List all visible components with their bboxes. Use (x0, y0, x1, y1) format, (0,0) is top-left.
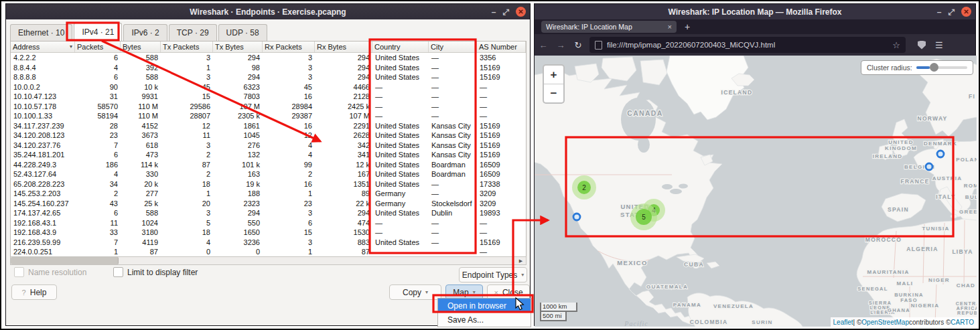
column-header-bytes[interactable]: Bytes (121, 42, 161, 52)
cluster-radius-control: Cluster radius: (861, 60, 973, 75)
cluster-radius-slider[interactable] (916, 66, 967, 69)
table-row[interactable]: 8.8.4.443921983294United States—15169 (11, 63, 526, 73)
table-row[interactable]: 34.120.237.76761832764342United StatesKa… (11, 141, 526, 151)
map-point-marker[interactable] (573, 214, 580, 220)
horizontal-scrollbar[interactable]: ▶ (10, 256, 527, 265)
help-button[interactable]: ? Help (11, 284, 57, 300)
cell: 43 (75, 199, 121, 209)
table-row[interactable]: 34.120.208.123233673111045122628United S… (11, 131, 526, 141)
map-dropdown-menu: Open in browserSave As... (437, 298, 531, 327)
menu-item-save-as[interactable]: Save As... (438, 313, 531, 327)
column-header-city[interactable]: City (429, 42, 477, 52)
table-row[interactable]: 174.137.42.65658832943294United StatesDu… (11, 208, 526, 218)
cell: 1 (75, 247, 121, 257)
table-row[interactable]: 10.10.47.123319931157803162128——— (11, 92, 526, 102)
tab-ethernet[interactable]: Ethernet · 10 (10, 24, 72, 41)
table-row[interactable]: 192.168.43.111102455506474——— (11, 218, 526, 228)
cell: 0 (213, 247, 263, 257)
limit-to-display-filter-checkbox[interactable]: Limit to display filter (113, 267, 198, 277)
table-row[interactable]: 10.100.1.3358194110 M288072305 k29387107… (11, 111, 526, 121)
table-row[interactable]: 8.8.8.8658832943294United States—15169 (11, 72, 526, 82)
cell: 16509 (477, 169, 526, 179)
minimize-icon[interactable]: – (492, 8, 496, 16)
name-resolution-checkbox[interactable]: Name resolution (14, 267, 86, 277)
table-row[interactable]: 52.43.127.64433021632167United StatesBoa… (11, 169, 526, 179)
column-header-tx-packets[interactable]: Tx Packets (161, 42, 213, 52)
zoom-out-button[interactable]: − (544, 84, 563, 102)
tab-udp[interactable]: UDP · 58 (218, 24, 267, 41)
column-header-country[interactable]: Country (372, 42, 429, 52)
attribution-link[interactable]: OpenStreetMap (861, 319, 909, 326)
map-cluster-marker[interactable]: 2 (572, 175, 596, 199)
tab-ipv6[interactable]: IPv6 · 2 (123, 24, 167, 41)
tab-ipv4[interactable]: IPv4 · 21 (74, 23, 122, 41)
firefox-titlebar[interactable]: Wireshark: IP Location Map — Mozilla Fir… (535, 4, 975, 19)
back-icon[interactable]: ← (535, 40, 552, 50)
menu-item-open-in-browser[interactable]: Open in browser (438, 299, 531, 313)
minimize-icon[interactable]: – (937, 8, 942, 16)
checkbox-icon[interactable] (14, 267, 24, 277)
column-header-packets[interactable]: Packets (75, 42, 121, 52)
restore-icon[interactable]: ⤢ (948, 8, 955, 16)
cell: Kansas City (429, 141, 477, 151)
map-point-marker[interactable] (926, 163, 932, 170)
restore-icon[interactable]: ⤢ (502, 8, 509, 16)
new-tab-button[interactable]: + (685, 21, 690, 32)
table-row[interactable]: 10.0.0.29010 k456323454466——— (11, 82, 526, 92)
table-row[interactable]: 4.2.2.2658832943294United States—3356 (11, 53, 526, 63)
cell: 11 (75, 218, 121, 228)
map-label: MALI (897, 280, 914, 286)
scrollbar-thumb[interactable] (11, 257, 119, 264)
table-row[interactable]: 35.244.181.201647321324341United StatesK… (11, 150, 526, 160)
cluster-count: 2 (582, 184, 586, 191)
url-bar[interactable]: file:///tmp/ipmap_20220607200403_MiCQVJ.… (589, 37, 906, 53)
cell: United States (372, 238, 429, 248)
cell: 4 (75, 169, 121, 179)
slider-knob[interactable] (930, 63, 938, 72)
hamburger-menu-icon[interactable]: ☰ (935, 40, 943, 50)
map-cluster-marker[interactable]: 5 (630, 203, 657, 230)
table-row[interactable]: 65.208.228.2233420 k1819 k161351United S… (11, 179, 526, 189)
table-row[interactable]: 10.10.57.17858570110 M29586107 M28984242… (11, 102, 526, 112)
close-window-icon[interactable]: ✕ (516, 7, 526, 17)
scroll-right-arrow-icon[interactable]: ▶ (516, 257, 525, 264)
url-text[interactable]: file:///tmp/ipmap_20220607200403_MiCQVJ.… (607, 41, 888, 49)
zoom-in-button[interactable]: + (544, 66, 563, 84)
bookmark-star-icon[interactable]: ☆ (892, 40, 900, 50)
column-header-rx-packets[interactable]: Rx Packets (263, 42, 315, 52)
table-row[interactable]: 44.228.249.3186114 k87101 k9912 kUnited … (11, 160, 526, 170)
endpoint-types-button[interactable]: Endpoint Types ▾ (459, 267, 527, 282)
table-row[interactable]: 34.117.237.239284152121861162291United S… (11, 121, 526, 131)
column-header-tx-bytes[interactable]: Tx Bytes (213, 42, 263, 52)
reload-icon[interactable]: ↻ (569, 40, 587, 50)
browser-tab[interactable]: Wireshark: IP Location Map × (541, 21, 677, 33)
column-header-address[interactable]: Address▾ (11, 42, 75, 52)
close-window-icon[interactable]: ✕ (961, 7, 971, 17)
copy-button[interactable]: Copy ▾ (389, 284, 441, 300)
tab-tcp[interactable]: TCP · 29 (169, 24, 217, 41)
map-point-marker[interactable] (937, 151, 944, 157)
cell: 4466 (315, 82, 372, 92)
cell: 19893 (477, 208, 526, 218)
cell: 883 (315, 238, 372, 248)
column-header-as-number[interactable]: AS Number (477, 42, 526, 52)
cell: 20 (161, 199, 213, 209)
forward-icon[interactable]: → (552, 40, 569, 50)
leaflet-map[interactable]: CANADAICELANDNORWAYFIUNITEDSTATESMEXICOC… (535, 56, 977, 327)
map-label: ROM (964, 183, 977, 189)
attribution-link[interactable]: CARTO (951, 319, 974, 326)
checkbox-icon[interactable] (113, 267, 123, 277)
cell: 3 (161, 208, 213, 218)
column-header-rx-bytes[interactable]: Rx Bytes (315, 42, 372, 52)
table-row[interactable]: 145.253.2.20322771188189Germany—3209 (11, 189, 526, 199)
tab-close-icon[interactable]: × (668, 23, 672, 31)
table-row[interactable]: 216.239.59.9974119432363883United States… (11, 238, 526, 248)
table-header-row[interactable]: Address▾PacketsBytesTx PacketsTx BytesRx… (11, 42, 526, 53)
cell: 1 (263, 247, 315, 257)
table-row[interactable]: 192.168.43.9333180181650151530——— (11, 228, 526, 238)
table-row[interactable]: 224.0.0.25118700187——— (11, 247, 526, 257)
table-row[interactable]: 145.254.160.2374325 k2023232322 kGermany… (11, 199, 526, 209)
attribution-link[interactable]: Leaflet (833, 319, 853, 326)
shield-icon[interactable] (918, 41, 926, 50)
wireshark-titlebar[interactable]: Wireshark · Endpoints · Exercise.pcapng … (6, 4, 530, 19)
